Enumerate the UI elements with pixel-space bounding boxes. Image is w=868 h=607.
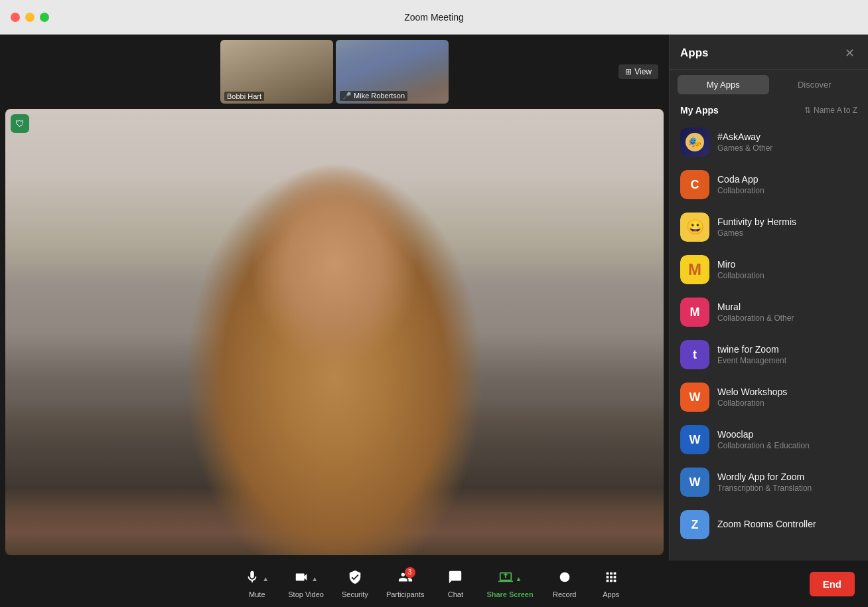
main-content: Bobbi Hart 🎤 Mike Robertson ⊞ View 🛡 bbox=[0, 35, 868, 561]
app-item-wooclap[interactable]: W Wooclap Collaboration & Education bbox=[670, 418, 868, 461]
apps-label: Apps bbox=[603, 590, 619, 598]
thumbnail-bobbi-label: Bobbi Hart bbox=[224, 92, 264, 101]
app-item-askaway[interactable]: 🎭 #AskAway Games & Other bbox=[670, 121, 868, 163]
app-icon-askaway: 🎭 bbox=[680, 128, 709, 157]
tab-discover[interactable]: Discover bbox=[769, 75, 861, 94]
app-name: Miro bbox=[717, 259, 857, 270]
stop-video-button[interactable]: ▲ Stop Video bbox=[280, 566, 332, 602]
app-name: Coda App bbox=[717, 174, 857, 185]
chat-label: Chat bbox=[448, 590, 463, 598]
participants-button[interactable]: 3 Participants bbox=[378, 566, 432, 602]
apps-tabs: My Apps Discover bbox=[670, 70, 868, 100]
share-screen-button[interactable]: ▲ Share Screen bbox=[478, 566, 541, 602]
app-name: Funtivity by Hermis bbox=[717, 217, 857, 227]
chat-button[interactable]: Chat bbox=[432, 566, 478, 602]
app-category: Collaboration & Education bbox=[717, 441, 857, 450]
security-icon bbox=[348, 570, 362, 588]
security-label: Security bbox=[342, 590, 368, 598]
apps-icon bbox=[604, 570, 618, 588]
titlebar: Zoom Meeting bbox=[0, 0, 868, 35]
thumbnail-bobbi[interactable]: Bobbi Hart bbox=[220, 40, 333, 104]
app-item-welo[interactable]: W Welo Workshops Collaboration bbox=[670, 376, 868, 418]
view-button[interactable]: ⊞ View bbox=[618, 64, 658, 79]
mute-chevron[interactable]: ▲ bbox=[262, 575, 269, 582]
app-icon-funtivity: 😀 bbox=[680, 213, 709, 242]
video-icon bbox=[294, 570, 309, 588]
window-title: Zoom Meeting bbox=[404, 12, 463, 23]
security-badge[interactable]: 🛡 bbox=[11, 114, 29, 133]
toolbar: ▲ Mute ▲ Stop Video Security 3 Participa… bbox=[0, 561, 868, 607]
thumbnail-mike-label: 🎤 Mike Robertson bbox=[340, 91, 407, 101]
security-button[interactable]: Security bbox=[332, 566, 378, 602]
sort-button[interactable]: ⇅ Name A to Z bbox=[804, 106, 857, 115]
app-icon-zoom-rooms: Z bbox=[680, 510, 709, 539]
app-category: Games & Other bbox=[717, 143, 857, 153]
apps-panel: Apps ✕ My Apps Discover My Apps ⇅ Name A… bbox=[669, 35, 868, 561]
mute-button[interactable]: ▲ Mute bbox=[234, 566, 280, 602]
thumbnails-row: Bobbi Hart 🎤 Mike Robertson ⊞ View bbox=[0, 35, 669, 109]
apps-panel-header: Apps ✕ bbox=[670, 35, 868, 70]
app-category: Games bbox=[717, 228, 857, 238]
app-category: Transcription & Translation bbox=[717, 483, 857, 493]
app-icon-welo: W bbox=[680, 383, 709, 412]
sort-icon: ⇅ bbox=[804, 106, 811, 115]
apps-section-header: My Apps ⇅ Name A to Z bbox=[670, 100, 868, 118]
app-category: Collaboration bbox=[717, 271, 857, 280]
share-chevron[interactable]: ▲ bbox=[516, 575, 522, 582]
participant-count: 3 bbox=[405, 567, 415, 578]
app-icon-miro: M bbox=[680, 255, 709, 284]
close-panel-button[interactable]: ✕ bbox=[841, 45, 857, 61]
record-label: Record bbox=[553, 590, 576, 598]
thumbnail-mike[interactable]: 🎤 Mike Robertson bbox=[336, 40, 449, 104]
record-icon bbox=[557, 570, 572, 588]
close-button[interactable] bbox=[11, 13, 20, 22]
app-name: Wooclap bbox=[717, 429, 857, 440]
app-icon-coda: C bbox=[680, 170, 709, 199]
person-overlay bbox=[5, 109, 664, 555]
stop-video-label: Stop Video bbox=[288, 590, 324, 598]
maximize-button[interactable] bbox=[40, 13, 49, 22]
mic-icon bbox=[245, 570, 259, 588]
grid-icon: ⊞ bbox=[625, 67, 632, 76]
svg-point-0 bbox=[559, 572, 569, 582]
mute-label: Mute bbox=[249, 590, 265, 598]
app-category: Collaboration bbox=[717, 186, 857, 195]
minimize-button[interactable] bbox=[25, 13, 35, 22]
main-video: 🛡 bbox=[5, 109, 664, 555]
end-button[interactable]: End bbox=[810, 572, 855, 596]
share-screen-icon bbox=[498, 570, 513, 588]
app-category: Collaboration bbox=[717, 398, 857, 408]
chat-icon bbox=[448, 570, 463, 588]
video-chevron[interactable]: ▲ bbox=[311, 575, 318, 582]
window-controls bbox=[11, 13, 49, 22]
app-icon-mural: M bbox=[680, 298, 709, 327]
app-item-twine[interactable]: t twine for Zoom Event Management bbox=[670, 333, 868, 376]
tab-my-apps[interactable]: My Apps bbox=[678, 75, 769, 94]
share-screen-label: Share Screen bbox=[486, 590, 533, 598]
apps-button[interactable]: Apps bbox=[588, 566, 634, 602]
app-icon-wooclap: W bbox=[680, 425, 709, 454]
apps-panel-title: Apps bbox=[680, 46, 709, 60]
app-item-coda[interactable]: C Coda App Collaboration bbox=[670, 163, 868, 206]
sort-label: Name A to Z bbox=[814, 106, 857, 115]
app-name: Mural bbox=[717, 302, 857, 312]
app-item-mural[interactable]: M Mural Collaboration & Other bbox=[670, 291, 868, 333]
muted-mic-icon: 🎤 bbox=[342, 92, 354, 100]
app-item-wordly[interactable]: W Wordly App for Zoom Transcription & Tr… bbox=[670, 461, 868, 503]
app-name: Wordly App for Zoom bbox=[717, 472, 857, 482]
app-category: Collaboration & Other bbox=[717, 313, 857, 323]
record-button[interactable]: Record bbox=[542, 566, 588, 602]
app-icon-wordly: W bbox=[680, 468, 709, 497]
app-name: Zoom Rooms Controller bbox=[717, 519, 857, 529]
app-item-miro[interactable]: M Miro Collaboration bbox=[670, 248, 868, 291]
app-name: twine for Zoom bbox=[717, 344, 857, 355]
apps-list: 🎭 #AskAway Games & Other C Coda App Coll… bbox=[670, 118, 868, 561]
app-name: #AskAway bbox=[717, 131, 857, 142]
app-category: Event Management bbox=[717, 356, 857, 365]
video-area: Bobbi Hart 🎤 Mike Robertson ⊞ View 🛡 bbox=[0, 35, 669, 561]
participants-label: Participants bbox=[386, 590, 424, 598]
app-item-zoom-rooms[interactable]: Z Zoom Rooms Controller bbox=[670, 503, 868, 546]
apps-section-title: My Apps bbox=[680, 105, 719, 116]
app-item-funtivity[interactable]: 😀 Funtivity by Hermis Games bbox=[670, 206, 868, 248]
app-name: Welo Workshops bbox=[717, 387, 857, 397]
